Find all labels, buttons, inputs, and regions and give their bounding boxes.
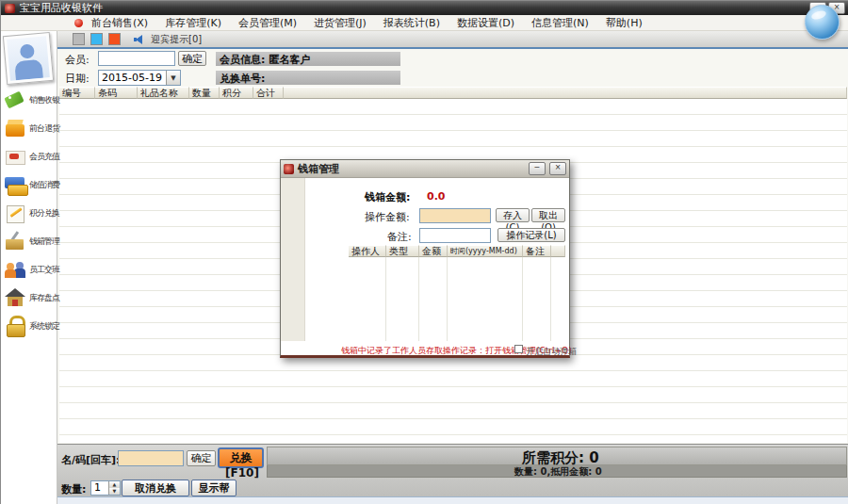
gray-square-icon[interactable] xyxy=(73,33,85,45)
recharge-envelope-icon xyxy=(3,144,27,169)
remark-label: 备注: xyxy=(387,230,412,244)
menu-item-data-settings[interactable]: 数据设置(D) xyxy=(448,16,523,30)
dialog-close-icon[interactable]: × xyxy=(549,162,566,175)
sidebar-item-sale[interactable]: 销售收银 xyxy=(1,86,57,114)
date-picker[interactable]: 2015-05-19 ▼ xyxy=(98,70,181,86)
menu-item-help[interactable]: 帮助(H) xyxy=(597,16,651,30)
records-table-body xyxy=(349,257,565,341)
drawer-amount-label: 钱箱金额: xyxy=(365,190,410,204)
member-photo xyxy=(3,32,54,85)
auto-open-checkbox[interactable] xyxy=(514,345,523,353)
col-header-total[interactable]: 合计 xyxy=(253,87,284,99)
col-header-barcode[interactable]: 条码 xyxy=(95,87,138,99)
goods-table-header: 编号 条码 礼品名称 数量 积分 合计 xyxy=(59,87,847,99)
quantity-stepper[interactable]: 1 ▲ ▼ xyxy=(90,480,121,496)
dialog-title: 钱箱管理 xyxy=(298,162,525,176)
summary-panel: 数量: 0,抵用金额: 0 xyxy=(267,465,847,478)
points-panel: 所需积分: 0 xyxy=(267,447,847,465)
sidebar-item-lock[interactable]: 系统锁定 xyxy=(1,312,57,340)
member-label: 会员: xyxy=(65,53,90,67)
qty-label: 数量: xyxy=(61,482,86,496)
sidebar: 销售收银 前台退货 会员充值 储值消费 积分兑换 钱箱管理 员工交班 库存盘点 xyxy=(1,31,57,504)
code-confirm-button[interactable]: 确定 xyxy=(187,450,216,466)
code-input[interactable] xyxy=(118,450,184,466)
app-icon xyxy=(5,4,15,13)
col-header-points[interactable]: 积分 xyxy=(220,87,253,99)
warehouse-icon xyxy=(3,285,27,310)
records-button[interactable]: 操作记录(L) xyxy=(497,228,565,242)
qty-value: 1 xyxy=(91,481,108,495)
rec-col-remark[interactable]: 备注 xyxy=(523,245,551,257)
dialog-icon xyxy=(284,164,294,174)
exchange-button[interactable]: 兑换[F10] xyxy=(218,447,264,468)
toolbar: 迎宾提示[0] xyxy=(57,31,848,48)
sidebar-item-staff-shift[interactable]: 员工交班 xyxy=(1,255,57,284)
rec-col-type[interactable]: 类型 xyxy=(386,245,419,257)
withdraw-button[interactable]: 取出(Q) xyxy=(531,208,565,222)
date-value: 2015-05-19 xyxy=(99,72,166,84)
col-header-filler xyxy=(284,87,847,99)
bottom-panel: 名/码[回车]: 确定 兑换[F10] 所需积分: 0 数量: 0,抵用金额: … xyxy=(57,444,848,496)
col-header-no[interactable]: 编号 xyxy=(59,87,95,99)
exchange-no-bar: 兑换单号: xyxy=(216,71,400,85)
member-info-bar: 会员信息: 匿名客户 xyxy=(216,52,400,66)
summary-text: 数量: 0,抵用金额: 0 xyxy=(514,465,602,479)
bank-card-icon xyxy=(3,172,27,197)
status-strip xyxy=(57,496,848,504)
member-input[interactable] xyxy=(98,51,175,66)
cancel-exchange-button[interactable]: 取消兑换[ESC] xyxy=(122,480,189,496)
menu-item-purchase[interactable]: 进货管理(J) xyxy=(305,16,375,30)
date-label: 日期: xyxy=(65,72,90,86)
menu-item-inventory[interactable]: 库存管理(K) xyxy=(156,16,230,30)
drawer-amount-value: 0.0 xyxy=(427,190,446,203)
lock-icon xyxy=(3,314,27,338)
menu-red-dot-icon xyxy=(74,19,83,27)
rec-col-time[interactable]: 时间(yyyy-MM-dd) xyxy=(448,245,523,257)
menu-item-info[interactable]: 信息管理(N) xyxy=(523,16,597,30)
records-table-header: 操作人 类型 金额 时间(yyyy-MM-dd) 备注 xyxy=(349,245,565,257)
dialog-minimize-icon[interactable]: ─ xyxy=(529,162,546,175)
col-header-gift-name[interactable]: 礼品名称 xyxy=(138,87,189,99)
menu-item-front-sale[interactable]: 前台销售(X) xyxy=(83,16,156,30)
member-confirm-button[interactable]: 确定 xyxy=(178,51,206,66)
auto-open-checkbox-label[interactable]: 开启自动弹箱 xyxy=(526,346,577,358)
avatar xyxy=(7,36,50,80)
menu-item-members[interactable]: 会员管理(M) xyxy=(230,16,305,30)
show-help-button[interactable]: 显示帮助 xyxy=(191,480,236,496)
sidebar-item-stored-value[interactable]: 储值消费 xyxy=(1,171,57,199)
operate-amount-input[interactable] xyxy=(419,208,491,223)
speaker-icon xyxy=(134,35,145,44)
sale-tag-icon xyxy=(3,88,27,112)
rec-col-operator[interactable]: 操作人 xyxy=(349,245,386,257)
sidebar-item-stocktake[interactable]: 库存盘点 xyxy=(1,284,57,312)
chevron-down-icon[interactable]: ▼ xyxy=(166,71,180,85)
sidebar-item-cashbox[interactable]: 钱箱管理 xyxy=(1,227,57,255)
sidebar-item-return[interactable]: 前台退货 xyxy=(1,114,57,142)
menu-bar: 前台销售(X) 库存管理(K) 会员管理(M) 进货管理(J) 报表统计(B) … xyxy=(1,15,848,31)
app-window: 宝宝用品收银软件 ─ × 前台销售(X) 库存管理(K) 会员管理(M) 进货管… xyxy=(0,0,848,504)
blue-square-icon[interactable] xyxy=(90,33,103,45)
spinner-up-icon[interactable]: ▲ xyxy=(109,481,120,488)
sidebar-item-points-exchange[interactable]: 积分兑换 xyxy=(1,199,57,227)
register-pencil-icon xyxy=(3,201,27,225)
red-square-icon[interactable] xyxy=(108,33,121,45)
rec-col-filler xyxy=(551,245,565,257)
deposit-button[interactable]: 存入(C) xyxy=(496,208,530,222)
return-box-icon xyxy=(3,116,27,140)
title-bar: 宝宝用品收银软件 ─ × xyxy=(1,1,848,15)
rec-col-amount[interactable]: 金额 xyxy=(419,245,448,257)
voice-prompt-label[interactable]: 迎宾提示[0] xyxy=(151,33,202,46)
assistant-ball-icon[interactable] xyxy=(805,5,840,40)
code-label: 名/码[回车]: xyxy=(61,453,120,467)
col-header-qty[interactable]: 数量 xyxy=(189,87,220,99)
dialog-title-bar[interactable]: 钱箱管理 ─ × xyxy=(281,160,569,178)
staff-icon xyxy=(3,257,27,282)
remark-input[interactable] xyxy=(419,228,491,243)
spinner-down-icon[interactable]: ▼ xyxy=(109,488,120,495)
cashbox-dialog: 钱箱管理 ─ × 钱箱金额: 0.0 操作金额: 存入(C) 取出(Q) 备注:… xyxy=(280,159,570,358)
sidebar-item-recharge[interactable]: 会员充值 xyxy=(1,142,57,171)
window-title: 宝宝用品收银软件 xyxy=(20,1,103,15)
menu-item-reports[interactable]: 报表统计(B) xyxy=(375,16,448,30)
cashbox-icon xyxy=(3,229,27,253)
operate-amount-label: 操作金额: xyxy=(365,210,410,224)
